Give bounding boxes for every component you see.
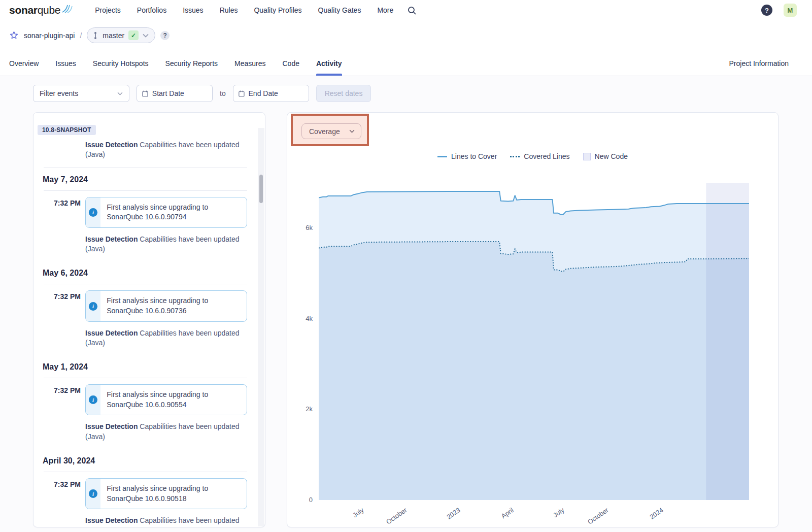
nav-item-issues[interactable]: Issues bbox=[183, 6, 203, 14]
analysis-event-text: First analysis since upgrading to SonarQ… bbox=[100, 291, 247, 321]
activity-filters: Filter events to Reset dates bbox=[0, 76, 812, 102]
x-axis-tick: 2024 bbox=[648, 506, 664, 521]
project-information-link[interactable]: Project Information bbox=[729, 54, 803, 76]
end-date-input[interactable] bbox=[249, 89, 303, 97]
coverage-highlight-annotation bbox=[291, 114, 369, 146]
sonarqube-logo[interactable]: sonarqube bbox=[9, 4, 73, 16]
analysis-group: April 30, 2024 7:32 PM i First analysis … bbox=[33, 456, 265, 527]
analysis-event-box: i First analysis since upgrading to Sona… bbox=[85, 290, 247, 321]
branch-name: master bbox=[103, 31, 124, 40]
info-icon: i bbox=[89, 302, 97, 311]
info-icon: i bbox=[89, 208, 97, 217]
event-description: Issue Detection Capabilities have been u… bbox=[85, 328, 247, 348]
breadcrumb-separator: / bbox=[80, 31, 82, 40]
nav-item-more[interactable]: More bbox=[377, 6, 393, 14]
tab-overview[interactable]: Overview bbox=[9, 54, 39, 76]
analysis-group: May 6, 2024 7:32 PM i First analysis sin… bbox=[33, 269, 265, 355]
analysis-event-text: First analysis since upgrading to SonarQ… bbox=[100, 385, 247, 415]
top-nav: sonarqube Projects Portfolios Issues Rul… bbox=[0, 0, 812, 20]
nav-item-projects[interactable]: Projects bbox=[95, 6, 121, 14]
search-icon[interactable] bbox=[408, 6, 416, 15]
event-description: Issue Detection Capabilities have been u… bbox=[85, 235, 247, 254]
analysis-event-box: i First analysis since upgrading to Sona… bbox=[85, 384, 247, 415]
scrollbar-track[interactable] bbox=[258, 128, 264, 526]
branch-selector[interactable]: master ✓ bbox=[87, 27, 155, 43]
filter-events-select[interactable]: Filter events bbox=[33, 85, 129, 102]
version-badge: 10.8-SNAPSHOT bbox=[38, 125, 96, 135]
analyses-list-panel: 10.8-SNAPSHOT Issue Detection Capabiliti… bbox=[33, 112, 265, 527]
end-date-field[interactable] bbox=[233, 85, 309, 102]
analyses-list: 10.8-SNAPSHOT Issue Detection Capabiliti… bbox=[33, 113, 265, 527]
x-axis-tick: April bbox=[500, 506, 515, 520]
help-icon[interactable]: ? bbox=[761, 5, 772, 16]
chevron-down-icon bbox=[117, 92, 123, 95]
analysis-date: May 6, 2024 bbox=[43, 269, 265, 278]
y-axis-tick: 2k bbox=[287, 405, 313, 413]
filter-events-label: Filter events bbox=[40, 89, 78, 97]
logo-waves-icon bbox=[61, 3, 73, 13]
analysis-date: April 30, 2024 bbox=[43, 456, 265, 466]
y-axis-tick: 0 bbox=[287, 496, 313, 504]
info-strip: i bbox=[86, 197, 100, 227]
logo-text-bold: sonar bbox=[9, 4, 38, 16]
calendar-icon bbox=[142, 90, 148, 97]
analysis-time: 7:32 PM bbox=[44, 478, 81, 527]
analysis-entry[interactable]: 7:32 PM i First analysis since upgrading… bbox=[33, 191, 265, 261]
analysis-time: 7:32 PM bbox=[44, 384, 81, 442]
analysis-group: May 1, 2024 7:32 PM i First analysis sin… bbox=[33, 362, 265, 449]
info-strip: i bbox=[86, 479, 100, 509]
info-strip: i bbox=[86, 385, 100, 415]
analysis-event-text: First analysis since upgrading to SonarQ… bbox=[100, 479, 247, 509]
analysis-entry[interactable]: 7:32 PM i First analysis since upgrading… bbox=[33, 284, 265, 355]
info-icon: i bbox=[89, 395, 97, 404]
event-description: Issue Detection Capabilities have been u… bbox=[85, 516, 247, 527]
breadcrumb: sonar-plugin-api / master ✓ ? bbox=[0, 20, 812, 49]
analysis-entry[interactable]: 7:32 PM i First analysis since upgrading… bbox=[33, 378, 265, 449]
nav-item-quality-gates[interactable]: Quality Gates bbox=[318, 6, 361, 14]
tab-security-hotspots[interactable]: Security Hotspots bbox=[93, 54, 149, 76]
chevron-down-icon bbox=[143, 34, 149, 38]
analysis-event-box: i First analysis since upgrading to Sona… bbox=[85, 478, 247, 509]
event-description: Issue Detection Capabilities have been u… bbox=[85, 422, 247, 442]
coverage-chart[interactable] bbox=[319, 183, 749, 500]
coverage-chart-area[interactable]: 6k4k2k0 JulyOctober2023AprilJulyOctober2… bbox=[287, 113, 778, 527]
tab-code[interactable]: Code bbox=[283, 54, 299, 76]
tab-activity[interactable]: Activity bbox=[316, 54, 342, 76]
analysis-time: 7:32 PM bbox=[44, 197, 81, 254]
tab-issues[interactable]: Issues bbox=[55, 54, 76, 76]
logo-text-light: qube bbox=[38, 4, 61, 16]
reset-dates-button[interactable]: Reset dates bbox=[316, 85, 371, 102]
start-date-field[interactable] bbox=[137, 85, 213, 102]
analysis-date: May 1, 2024 bbox=[43, 362, 265, 372]
info-strip: i bbox=[86, 291, 100, 321]
tab-security-reports[interactable]: Security Reports bbox=[165, 54, 218, 76]
event-description: Issue Detection Capabilities have been u… bbox=[85, 140, 247, 160]
tab-measures[interactable]: Measures bbox=[234, 54, 265, 76]
x-axis-tick: 2023 bbox=[445, 506, 461, 521]
scrollbar-thumb[interactable] bbox=[259, 175, 263, 203]
favorite-star-icon[interactable] bbox=[9, 30, 19, 40]
divider bbox=[44, 167, 247, 168]
activity-graph-panel: Coverage Lines to Cover Covered Lines Ne… bbox=[287, 112, 779, 527]
nav-item-rules[interactable]: Rules bbox=[220, 6, 238, 14]
x-axis: JulyOctober2023AprilJulyOctober2024 bbox=[319, 503, 749, 527]
x-axis-tick: October bbox=[385, 506, 408, 526]
project-tabs: Overview Issues Security Hotspots Securi… bbox=[0, 49, 812, 76]
avatar[interactable]: M bbox=[784, 4, 797, 17]
analysis-entry[interactable]: 7:32 PM i First analysis since upgrading… bbox=[33, 472, 265, 527]
quality-gate-check-icon: ✓ bbox=[128, 30, 139, 40]
project-name[interactable]: sonar-plugin-api bbox=[24, 31, 75, 40]
y-axis-tick: 4k bbox=[287, 315, 313, 322]
analysis-time: 7:32 PM bbox=[44, 290, 81, 348]
analysis-group: May 7, 2024 7:32 PM i First analysis sin… bbox=[33, 175, 265, 261]
main-nav: Projects Portfolios Issues Rules Quality… bbox=[95, 6, 393, 14]
activity-content: 10.8-SNAPSHOT Issue Detection Capabiliti… bbox=[0, 102, 812, 527]
y-axis: 6k4k2k0 bbox=[287, 183, 313, 500]
nav-item-portfolios[interactable]: Portfolios bbox=[137, 6, 166, 14]
nav-item-quality-profiles[interactable]: Quality Profiles bbox=[254, 6, 301, 14]
branch-icon bbox=[92, 31, 98, 40]
analysis-event-text: First analysis since upgrading to SonarQ… bbox=[100, 197, 247, 227]
start-date-input[interactable] bbox=[152, 89, 207, 97]
info-icon: i bbox=[89, 489, 97, 498]
branch-help-icon[interactable]: ? bbox=[160, 31, 170, 40]
